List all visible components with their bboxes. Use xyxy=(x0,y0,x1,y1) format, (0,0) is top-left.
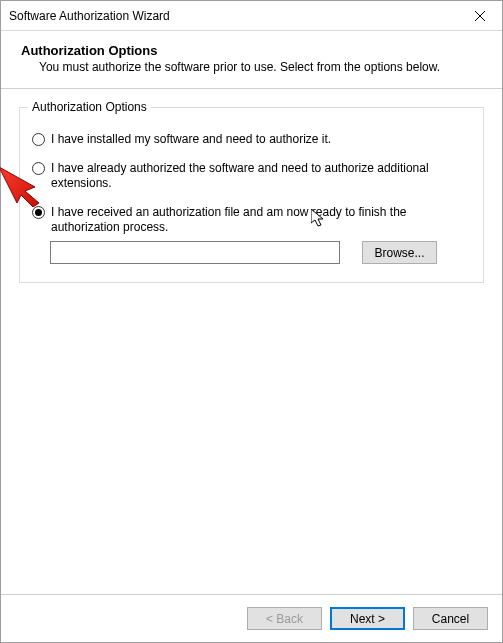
next-button[interactable]: Next > xyxy=(330,607,405,630)
radio-option-install[interactable]: I have installed my software and need to… xyxy=(32,132,471,147)
authorization-options-group: Authorization Options I have installed m… xyxy=(19,107,484,283)
titlebar: Software Authorization Wizard xyxy=(1,1,502,31)
radio-icon xyxy=(32,206,45,219)
close-button[interactable] xyxy=(457,1,502,30)
page-subtitle: You must authorize the software prior to… xyxy=(21,60,482,74)
groupbox-legend: Authorization Options xyxy=(28,100,151,114)
radio-label: I have installed my software and need to… xyxy=(51,132,471,147)
file-row: Browse... xyxy=(50,241,471,264)
close-icon xyxy=(475,11,485,21)
radio-icon xyxy=(32,162,45,175)
back-button: < Back xyxy=(247,607,322,630)
radio-label: I have received an authorization file an… xyxy=(51,205,471,235)
wizard-body: Authorization Options I have installed m… xyxy=(1,89,502,594)
cancel-button[interactable]: Cancel xyxy=(413,607,488,630)
wizard-window: Software Authorization Wizard Authorizat… xyxy=(0,0,503,643)
page-title: Authorization Options xyxy=(21,43,482,58)
authorization-file-input[interactable] xyxy=(50,241,340,264)
wizard-footer: < Back Next > Cancel xyxy=(1,594,502,642)
browse-button[interactable]: Browse... xyxy=(362,241,437,264)
radio-icon xyxy=(32,133,45,146)
radio-label: I have already authorized the software a… xyxy=(51,161,471,191)
wizard-header: Authorization Options You must authorize… xyxy=(1,31,502,89)
radio-option-authfile[interactable]: I have received an authorization file an… xyxy=(32,205,471,235)
radio-option-extensions[interactable]: I have already authorized the software a… xyxy=(32,161,471,191)
window-title: Software Authorization Wizard xyxy=(9,9,457,23)
